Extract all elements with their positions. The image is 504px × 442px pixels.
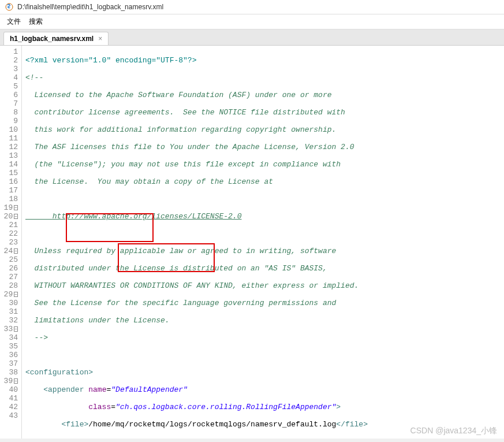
fold-icon[interactable]: − [14, 378, 18, 384]
window-title: D:\finalshell\temp\edit\h1_logback_names… [17, 3, 163, 11]
close-icon[interactable]: × [98, 35, 102, 43]
annotation-box [118, 243, 215, 272]
fold-icon[interactable]: − [14, 292, 18, 297]
line-gutter: 123456789101112131415161718 19− 20− 2122… [0, 46, 22, 439]
title-bar: D:\finalshell\temp\edit\h1_logback_names… [0, 0, 504, 14]
tab-active[interactable]: h1_logback_namesrv.xml × [3, 32, 109, 45]
tab-label: h1_logback_namesrv.xml [10, 35, 94, 43]
fold-icon[interactable]: − [14, 205, 18, 210]
fold-icon[interactable]: − [14, 214, 18, 219]
code-editor[interactable]: 123456789101112131415161718 19− 20− 2122… [0, 46, 504, 439]
fold-icon[interactable]: − [14, 326, 18, 332]
menu-bar: 文件 搜索 [0, 14, 504, 29]
fold-icon[interactable]: − [14, 248, 18, 254]
code-area[interactable]: <?xml version="1.0" encoding="UTF-8"?> <… [22, 46, 504, 439]
annotation-box [66, 213, 154, 242]
menu-file[interactable]: 文件 [7, 17, 21, 27]
menu-search[interactable]: 搜索 [29, 17, 43, 27]
tab-bar: h1_logback_namesrv.xml × [0, 29, 504, 46]
app-icon [5, 2, 14, 12]
